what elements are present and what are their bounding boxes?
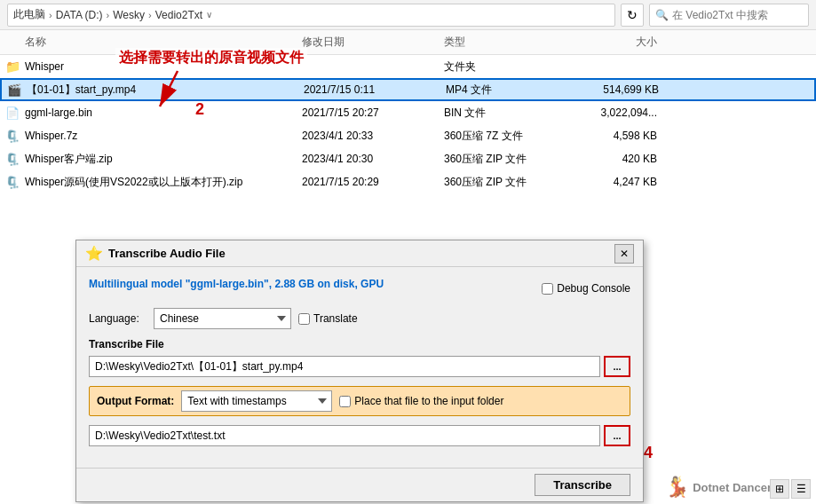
file-size: 420 KB — [568, 153, 675, 165]
explorer-titlebar: 此电脑 › DATA (D:) › Wesky › Vedio2Txt ∨ ↻ … — [0, 0, 816, 30]
file-date: 2021/7/15 20:29 — [302, 176, 444, 188]
file-size: 4,247 KB — [568, 176, 675, 188]
file-row[interactable]: 🗜️ Whisper源码(使用VS2022或以上版本打开).zip 2021/7… — [0, 170, 816, 193]
file-date: 2021/7/15 20:27 — [302, 106, 444, 119]
transcribe-file-label: Transcribe File — [89, 338, 630, 350]
breadcrumb[interactable]: 此电脑 › DATA (D:) › Wesky › Vedio2Txt ∨ — [7, 4, 615, 27]
bottom-icons: ⊞ ☰ — [770, 479, 811, 499]
file-date: 2023/4/1 20:30 — [302, 153, 444, 165]
debug-console-label: Debug Console — [557, 282, 630, 295]
dotnet-dancer-icon: 💃 — [665, 476, 689, 499]
output-format-label: Output Format: — [97, 395, 174, 407]
folder-icon: 📁 — [0, 59, 25, 74]
archive-file-icon: 🗜️ — [0, 130, 25, 143]
file-name: Whisper — [25, 60, 302, 73]
dialog-footer: Transcribe — [76, 468, 643, 501]
translate-checkbox[interactable] — [298, 313, 310, 325]
output-path-row: ... — [89, 425, 630, 446]
watermark-text: Dotnet Dancer — [693, 481, 772, 494]
breadcrumb-computer: 此电脑 — [13, 7, 45, 22]
file-path-row: ... — [89, 356, 630, 377]
column-headers: 名称 修改日期 类型 大小 — [0, 30, 816, 55]
place-file-row: Place that file to the input folder — [339, 395, 503, 407]
file-type: 360压缩 ZIP 文件 — [444, 152, 568, 167]
file-row[interactable]: 🎬 【01-01】start_py.mp4 2021/7/15 0:11 MP4… — [0, 78, 816, 101]
place-file-label: Place that file to the input folder — [354, 395, 503, 407]
dialog-body: Multilingual model "ggml-large.bin", 2.8… — [76, 267, 643, 468]
file-type: BIN 文件 — [444, 106, 568, 121]
file-path-input[interactable] — [89, 356, 600, 377]
col-header-date[interactable]: 修改日期 — [302, 35, 444, 50]
place-file-checkbox[interactable] — [339, 396, 351, 407]
zip-file-icon: 🗜️ — [0, 153, 25, 166]
file-size: 3,022,094... — [568, 106, 675, 119]
translate-label: Translate — [313, 312, 358, 325]
file-row[interactable]: 🗜️ Whisper客户端.zip 2023/4/1 20:30 360压缩 Z… — [0, 147, 816, 170]
breadcrumb-vedio2txt: Vedio2Txt — [155, 9, 202, 21]
file-name: 【01-01】start_py.mp4 — [27, 83, 304, 98]
output-browse-button[interactable]: ... — [604, 425, 630, 446]
col-header-name[interactable]: 名称 — [0, 35, 302, 50]
search-icon: 🔍 — [655, 9, 669, 21]
dialog-title: Transcribe Audio File — [108, 247, 609, 260]
file-row[interactable]: 🗜️ Whisper.7z 2023/4/1 20:33 360压缩 7Z 文件… — [0, 124, 816, 147]
file-type: 文件夹 — [444, 59, 568, 75]
file-type: MP4 文件 — [446, 83, 570, 98]
file-browse-button[interactable]: ... — [604, 356, 630, 377]
search-box[interactable]: 🔍 — [649, 4, 809, 27]
file-size: 514,699 KB — [570, 83, 677, 96]
file-type: 360压缩 7Z 文件 — [444, 129, 568, 144]
debug-console-checkbox[interactable] — [542, 283, 553, 295]
output-format-row: Output Format: Text with timestamps Plai… — [89, 386, 630, 416]
file-size: 4,598 KB — [568, 130, 675, 142]
language-label: Language: — [89, 312, 147, 325]
model-info-text: Multilingual model "ggml-large.bin", 2.8… — [89, 278, 384, 290]
bin-file-icon: 📄 — [0, 106, 25, 120]
transcribe-dialog: ⭐ Transcribe Audio File ✕ Multilingual m… — [75, 240, 644, 502]
file-date: 2023/4/1 20:33 — [302, 130, 444, 142]
col-header-type[interactable]: 类型 — [444, 35, 568, 50]
view-list-button[interactable]: ☰ — [791, 479, 811, 499]
transcribe-button[interactable]: Transcribe — [535, 474, 630, 496]
file-name: ggml-large.bin — [25, 106, 302, 119]
output-format-select[interactable]: Text with timestamps Plain text SRT VTT — [181, 390, 332, 412]
output-path-input[interactable] — [89, 425, 600, 446]
file-name: Whisper客户端.zip — [25, 152, 302, 167]
language-row: Language: Chinese Translate — [89, 308, 630, 329]
dialog-titlebar: ⭐ Transcribe Audio File ✕ — [76, 240, 643, 267]
mp4-file-icon: 🎬 — [2, 83, 27, 97]
zip2-file-icon: 🗜️ — [0, 176, 25, 189]
breadcrumb-wesky: Wesky — [113, 9, 145, 21]
file-date: 2021/7/15 0:11 — [304, 83, 446, 96]
file-row[interactable]: 📁 Whisper 文件夹 — [0, 55, 816, 78]
file-name: Whisper.7z — [25, 130, 302, 142]
refresh-button[interactable]: ↻ — [621, 4, 644, 27]
translate-row: Translate — [298, 312, 358, 325]
view-details-button[interactable]: ⊞ — [770, 479, 789, 499]
breadcrumb-expand-icon[interactable]: ∨ — [206, 10, 212, 20]
file-row[interactable]: 📄 ggml-large.bin 2021/7/15 20:27 BIN 文件 … — [0, 101, 816, 124]
file-type: 360压缩 ZIP 文件 — [444, 175, 568, 190]
watermark: 💃 Dotnet Dancer — [665, 476, 772, 499]
file-name: Whisper源码(使用VS2022或以上版本打开).zip — [25, 175, 302, 190]
dialog-icon: ⭐ — [85, 245, 103, 262]
language-select[interactable]: Chinese — [154, 308, 291, 329]
search-input[interactable] — [672, 9, 796, 21]
dialog-close-button[interactable]: ✕ — [614, 244, 634, 264]
col-header-size[interactable]: 大小 — [568, 35, 675, 50]
breadcrumb-drive: DATA (D:) — [56, 9, 103, 21]
